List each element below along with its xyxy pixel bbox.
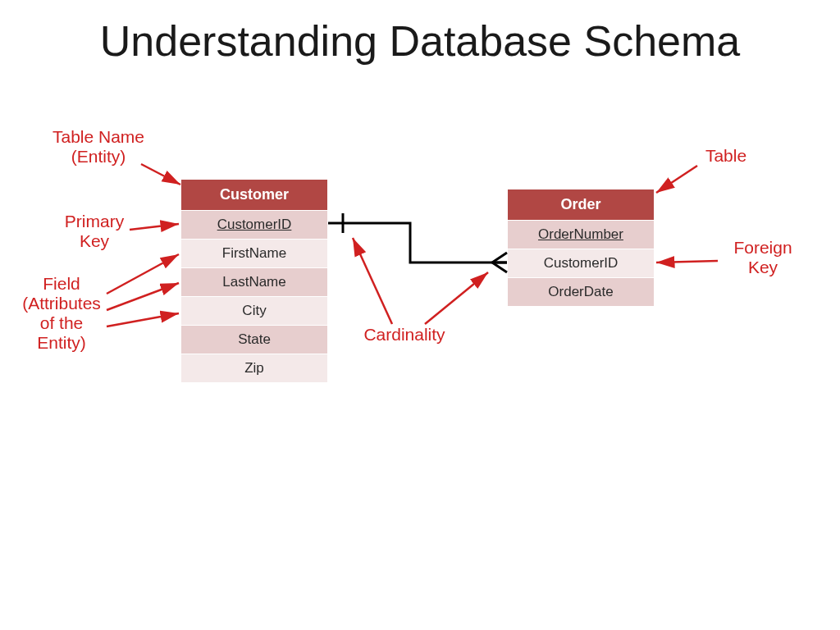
arrow-field-2 [107,283,179,310]
annot-foreign-key: Foreign Key [718,238,808,277]
order-table-header: Order [508,189,655,221]
order-field-ordernumber: OrderNumber [508,221,655,249]
annot-cardinality: Cardinality [351,325,458,345]
arrow-field-1 [107,254,179,294]
order-table: Order OrderNumber CustomerID OrderDate [507,189,655,307]
diagram-overlay [0,0,840,630]
customer-field-state: State [181,326,328,354]
customer-field-lastname: LastName [181,268,328,297]
customer-field-firstname: FirstName [181,240,328,268]
annot-field-attributes: Field (Attributes of the Entity) [12,274,111,354]
arrow-field-3 [107,313,179,326]
svg-line-1 [492,253,507,262]
customer-field-city: City [181,297,328,326]
annot-primary-key: Primary Key [49,212,139,251]
arrow-table-name-entity [141,164,180,185]
annot-table: Table [693,146,759,166]
arrow-table [656,166,697,193]
customer-field-zip: Zip [181,354,328,383]
order-field-customerid: CustomerID [508,249,655,278]
annot-table-name-entity: Table Name (Entity) [41,127,156,167]
arrow-cardinality-2 [425,272,488,324]
slide-title: Understanding Database Schema [0,16,840,66]
customer-field-customerid: CustomerID [181,211,328,240]
arrow-cardinality-1 [353,238,392,324]
customer-table-header: Customer [181,180,328,211]
customer-table: Customer CustomerID FirstName LastName C… [180,179,328,383]
relationship-line [328,213,507,272]
arrow-foreign-key [656,261,718,262]
order-field-orderdate: OrderDate [508,278,655,307]
svg-line-3 [492,262,507,272]
